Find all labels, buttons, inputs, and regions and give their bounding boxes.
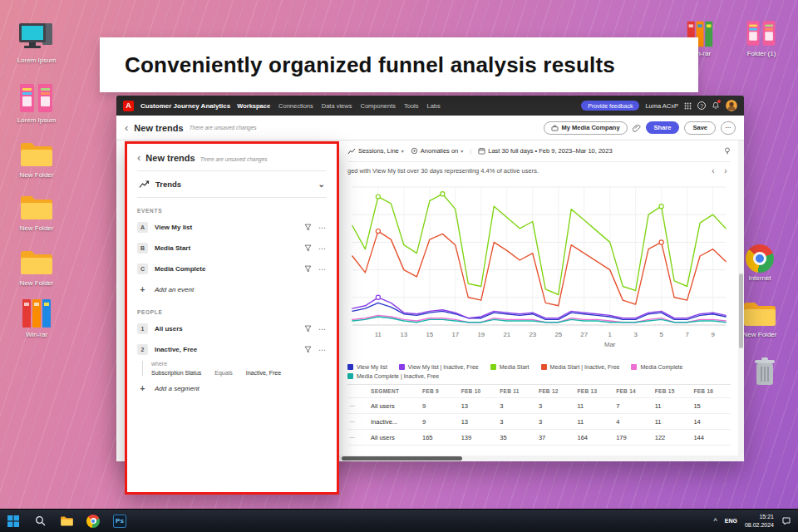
column-header[interactable]: FEB 13 (576, 388, 615, 394)
menu-item-workspace[interactable]: Workspace (237, 102, 270, 110)
column-header[interactable]: FEB 9 (421, 388, 460, 394)
table-cell: 11 (653, 418, 692, 426)
desktop-icon-folder-1-right[interactable]: Folder (1) (735, 13, 788, 58)
add-segment-button[interactable]: + Add a segment (137, 378, 327, 398)
legend-item[interactable]: Media Start (490, 364, 530, 370)
paperclip-icon[interactable] (633, 124, 641, 132)
save-button[interactable]: Save (684, 121, 716, 135)
taskbar-file-explorer-button[interactable] (53, 510, 80, 532)
adobe-logo-icon[interactable]: A (123, 101, 134, 111)
menu-item-connections[interactable]: Connections (278, 102, 313, 110)
menu-item-tools[interactable]: Tools (404, 102, 419, 110)
filter-funnel-icon[interactable] (304, 265, 312, 273)
desktop-icon-new-folder-3[interactable]: New Folder (10, 243, 63, 288)
event-row[interactable]: A View My list ⋯ (137, 217, 327, 238)
event-row-actions: ⋯ (304, 265, 327, 273)
start-button[interactable] (0, 510, 27, 532)
vertical-scrollbar[interactable] (738, 140, 744, 461)
column-header-segment[interactable]: SEGMENT (369, 388, 421, 394)
next-insight-button[interactable]: › (721, 165, 731, 175)
where-condition-row[interactable]: Subscription Status Equals Inactive, Fre… (151, 370, 327, 376)
segment-row[interactable]: 2 Inactive, Free ⋯ (137, 339, 327, 360)
filter-funnel-icon[interactable] (304, 224, 312, 231)
filter-funnel-icon[interactable] (304, 244, 312, 252)
legend-item[interactable]: Media Complete (631, 364, 682, 370)
desktop-icon-new-folder-2[interactable]: New Folder (10, 188, 63, 233)
anomalies-toggle[interactable]: Anomalies on ▾ (411, 147, 463, 155)
table-row[interactable]: ⋯ All users 165 139 35 37 164 179 122 14… (347, 430, 731, 446)
table-row[interactable]: ⋯ All users 9 13 3 3 11 7 11 15 (347, 398, 731, 414)
taskbar-chrome-button[interactable] (80, 510, 106, 532)
language-indicator[interactable]: ENG (725, 518, 737, 524)
more-actions-button[interactable]: ⋯ (721, 121, 736, 135)
panel-header: ‹ New trends There are unsaved changes (137, 152, 327, 171)
horizontal-scrollbar[interactable] (339, 456, 738, 461)
menu-item-components[interactable]: Components (360, 102, 396, 110)
windows-logo-icon (7, 515, 19, 527)
more-icon[interactable]: ⋯ (318, 224, 327, 232)
row-more-icon[interactable]: ⋯ (347, 434, 369, 441)
row-more-icon[interactable]: ⋯ (347, 402, 369, 410)
taskbar-clock[interactable]: 15:21 08.02.2024 (745, 513, 774, 528)
share-button[interactable]: Share (646, 121, 680, 134)
table-row[interactable]: ⋯ Inactive... 9 13 3 3 11 4 11 14 (347, 414, 731, 430)
desktop-icon-recycle-bin[interactable] (741, 352, 788, 387)
more-icon[interactable]: ⋯ (318, 325, 327, 333)
legend-item[interactable]: View My list (347, 364, 387, 370)
viz-dropdown[interactable]: Trends ⌄ (137, 171, 327, 198)
more-icon[interactable]: ⋯ (318, 265, 327, 273)
notification-badge (717, 100, 721, 103)
desktop-icon-label: New Folder (10, 225, 63, 233)
desktop-icon-computer[interactable]: Lorem Ipsum (10, 20, 63, 65)
company-selector-button[interactable]: My Media Company (544, 121, 628, 135)
desktop-icon-label: Win-rar (10, 332, 63, 339)
viz-type-selector[interactable]: Sessions, Line ▾ (347, 147, 404, 155)
filter-funnel-icon[interactable] (304, 346, 312, 353)
account-name[interactable]: Luma ACxP (645, 102, 678, 110)
help-icon[interactable]: ? (697, 101, 706, 110)
user-avatar[interactable] (726, 100, 737, 111)
chart-summary-text: ged with View My list over 30 days repre… (347, 167, 539, 175)
date-range-selector[interactable]: Last 30 full days • Feb 9, 2023–Mar 10, … (478, 147, 612, 155)
desktop-icon-new-folder-1[interactable]: New Folder (10, 135, 63, 180)
app-switcher-icon[interactable] (684, 102, 692, 110)
legend-item[interactable]: Media Start | Inactive, Free (541, 364, 620, 370)
legend-label: View My list (357, 364, 387, 370)
desktop-icon-winrar-left[interactable]: Win-rar (10, 294, 63, 339)
tray-expand-icon[interactable]: ^ (714, 517, 717, 525)
segment-name: Inactive... (369, 418, 421, 426)
more-icon[interactable]: ⋯ (318, 244, 327, 253)
column-header[interactable]: FEB 12 (537, 388, 576, 394)
vertical-scroll-thumb[interactable] (739, 273, 743, 348)
trend-line-chart[interactable]: 11131517192123252713579Mar (347, 179, 731, 362)
prev-insight-button[interactable]: ‹ (708, 165, 718, 175)
filter-funnel-icon[interactable] (304, 325, 312, 332)
desktop-icon-binders-left[interactable]: Lorem Ipsum (10, 80, 63, 125)
event-row[interactable]: C Media Complete ⋯ (137, 259, 327, 279)
insights-icon[interactable] (724, 147, 731, 155)
legend-item[interactable]: Media Complete | Inactive, Free (347, 373, 439, 379)
column-header[interactable]: FEB 15 (653, 388, 692, 394)
back-button[interactable]: ‹ (125, 122, 128, 133)
menu-item-labs[interactable]: Labs (427, 102, 441, 110)
taskbar-photoshop-button[interactable]: Ps (106, 510, 133, 532)
segment-row[interactable]: 1 All users ⋯ (137, 318, 327, 339)
add-event-button[interactable]: + Add an event (137, 279, 327, 299)
table-cell: 122 (653, 434, 692, 441)
menu-item-data-views[interactable]: Data views (322, 102, 352, 110)
column-header[interactable]: FEB 10 (460, 388, 499, 394)
row-more-icon[interactable]: ⋯ (347, 418, 369, 426)
action-center-icon[interactable] (781, 516, 791, 526)
provide-feedback-button[interactable]: Provide feedback (581, 101, 639, 111)
column-header[interactable]: FEB 16 (692, 388, 731, 394)
event-row[interactable]: B Media Start ⋯ (137, 238, 327, 259)
legend-item[interactable]: View My list | Inactive, Free (399, 364, 479, 370)
column-header[interactable]: FEB 11 (498, 388, 537, 394)
notifications-bell-icon[interactable] (712, 101, 720, 110)
column-header[interactable]: FEB 14 (614, 388, 653, 394)
panel-back-button[interactable]: ‹ (137, 152, 140, 163)
taskbar-search-button[interactable] (27, 510, 53, 532)
table-cell: 13 (460, 418, 499, 426)
more-icon[interactable]: ⋯ (318, 346, 327, 354)
horizontal-scroll-thumb[interactable] (342, 456, 462, 461)
